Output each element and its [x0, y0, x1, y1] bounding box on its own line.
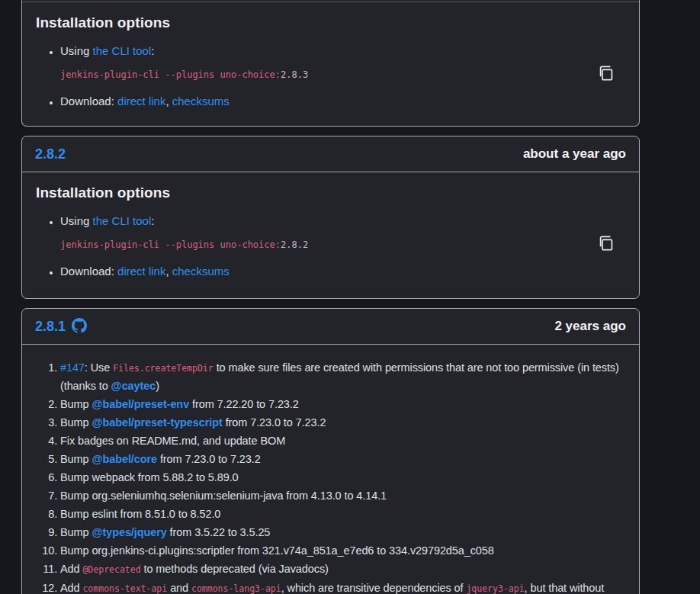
download-item: Download: direct link, checksums [60, 263, 626, 280]
card-body: #147: Use Files.createTempDir to make su… [22, 345, 639, 594]
version-link[interactable]: 2.8.2 [35, 146, 66, 162]
cli-tool-link[interactable]: the CLI tool [93, 44, 152, 57]
cli-install-item: Using the CLI tool: jenkins-plugin-cli -… [60, 43, 626, 82]
note-text: ) [156, 380, 159, 392]
note-link[interactable]: @babel/preset-typescript [92, 416, 222, 429]
release-card-2-8-1: 2.8.1 2 years ago #147: Use Files.create… [21, 308, 640, 594]
cli-command-code: jenkins-plugin-cli --plugins uno-choice:… [60, 69, 308, 80]
note-text: Bump [60, 416, 92, 429]
cli-install-item: Using the CLI tool: jenkins-plugin-cli -… [60, 213, 626, 252]
copy-button[interactable] [597, 63, 617, 84]
using-text: Using [60, 44, 93, 57]
note-link[interactable]: @babel/preset-env [92, 398, 189, 410]
cli-tool-link[interactable]: the CLI tool [93, 214, 152, 227]
release-header: 2.8.2 about a year ago [22, 136, 639, 172]
inline-code: jquery3-api [466, 583, 524, 594]
separator-text: , [165, 95, 172, 108]
github-icon [72, 318, 87, 333]
separator-text: , [165, 265, 172, 278]
release-notes-list: #147: Use Files.createTempDir to make su… [35, 359, 628, 594]
install-list: Using the CLI tool: jenkins-plugin-cli -… [35, 213, 626, 280]
install-options-heading: Installation options [36, 14, 626, 31]
note-text: Add [60, 563, 82, 575]
inline-code: commons-lang3-api [191, 583, 281, 594]
checksums-link[interactable]: checksums [172, 265, 230, 278]
note-text: from 7.23.0 to 7.23.2 [223, 416, 326, 429]
release-note-item: Bump webpack from 5.88.2 to 5.89.0 [60, 469, 628, 486]
card-body: Installation options Using the CLI tool:… [22, 2, 639, 127]
cli-command-text: jenkins-plugin-cli --plugins uno-choice: [60, 69, 281, 80]
note-text: Bump webpack from 5.88.2 to 5.89.0 [60, 471, 239, 483]
release-note-item: Bump org.jenkins-ci.plugins:scriptler fr… [60, 542, 628, 560]
github-link[interactable] [72, 318, 87, 337]
release-note-item: Bump eslint from 8.51.0 to 8.52.0 [60, 506, 628, 523]
cli-command-block: jenkins-plugin-cli --plugins uno-choice:… [60, 69, 626, 82]
version-with-github: 2.8.1 [35, 317, 87, 336]
copy-icon [597, 64, 615, 82]
cli-command: jenkins-plugin-cli --plugins uno-choice:… [60, 239, 626, 252]
install-options-heading: Installation options [36, 185, 626, 201]
release-list: Installation options Using the CLI tool:… [0, 0, 700, 594]
copy-icon [597, 234, 615, 252]
release-age: 2 years ago [554, 319, 626, 334]
note-text: Bump [60, 526, 92, 538]
using-text: Using [60, 214, 93, 227]
inline-code: Files.createTempDir [113, 363, 214, 374]
note-text: from 7.22.20 to 7.23.2 [189, 398, 299, 410]
cli-command: jenkins-plugin-cli --plugins uno-choice:… [60, 69, 626, 82]
release-note-item: Bump org.seleniumhq.selenium:selenium-ja… [60, 487, 628, 505]
note-text: Bump org.seleniumhq.selenium:selenium-ja… [60, 490, 387, 502]
note-text: Bump org.jenkins-ci.plugins:scriptler fr… [60, 544, 494, 557]
cli-command-block: jenkins-plugin-cli --plugins uno-choice:… [60, 239, 626, 252]
note-text: Fix badges on README.md, and update BOM [60, 435, 285, 447]
note-text: Bump [60, 453, 92, 465]
release-note-item: Bump @babel/preset-typescript from 7.23.… [60, 414, 628, 432]
note-text: Bump eslint from 8.51.0 to 8.52.0 [60, 508, 220, 520]
card-body: Installation options Using the CLI tool:… [22, 172, 639, 298]
cli-command-text: jenkins-plugin-cli --plugins uno-choice: [60, 239, 281, 250]
checksums-link[interactable]: checksums [172, 95, 230, 108]
note-link[interactable]: @types/jquery [92, 526, 166, 538]
version-link[interactable]: 2.8.1 [35, 319, 66, 335]
download-item: Download: direct link, checksums [60, 93, 626, 110]
download-text: Download: [60, 265, 117, 278]
note-text: : Use [85, 361, 113, 374]
colon-text: : [151, 44, 154, 57]
direct-link[interactable]: direct link [117, 265, 165, 278]
download-text: Download: [60, 95, 117, 108]
note-text: Bump [60, 398, 92, 410]
release-note-item: Bump @babel/core from 7.23.0 to 7.23.2 [60, 451, 628, 468]
cli-command-code: jenkins-plugin-cli --plugins uno-choice:… [60, 239, 308, 250]
release-note-item: #147: Use Files.createTempDir to make su… [60, 359, 628, 395]
release-card-2-8-2: 2.8.2 about a year ago Installation opti… [21, 136, 640, 299]
colon-text: : [151, 214, 154, 227]
note-text: from 7.23.0 to 7.23.2 [157, 453, 261, 465]
note-text: , which are transitive dependencies of [281, 582, 467, 594]
release-note-item: Add @Deprecated to methods deprecated (v… [60, 560, 628, 579]
note-text: Add [60, 582, 82, 594]
note-text: from 3.5.22 to 3.5.25 [167, 526, 271, 538]
release-note-item: Bump @babel/preset-env from 7.22.20 to 7… [60, 396, 628, 413]
release-age: about a year ago [523, 146, 626, 162]
direct-link[interactable]: direct link [117, 95, 165, 108]
inline-code: commons-text-api [82, 583, 167, 594]
release-card-top-partial: Installation options Using the CLI tool:… [21, 0, 640, 127]
note-link[interactable]: #147 [60, 361, 85, 374]
release-note-item: Add commons-text-api and commons-lang3-a… [60, 580, 628, 594]
note-text: and [167, 582, 191, 594]
release-note-item: Bump @types/jquery from 3.5.22 to 3.5.25 [60, 524, 628, 541]
note-text: to methods deprecated (via Javadocs) [141, 563, 329, 575]
inline-code: @Deprecated [82, 564, 140, 575]
release-note-item: Fix badges on README.md, and update BOM [60, 432, 628, 450]
cli-command-version: 2.8.3 [281, 69, 308, 80]
release-header: 2.8.1 2 years ago [22, 309, 639, 345]
copy-button[interactable] [597, 233, 617, 254]
note-link[interactable]: @babel/core [92, 453, 157, 465]
cli-command-version: 2.8.2 [281, 239, 308, 250]
note-link[interactable]: @caytec [111, 380, 156, 392]
install-list: Using the CLI tool: jenkins-plugin-cli -… [35, 43, 626, 110]
